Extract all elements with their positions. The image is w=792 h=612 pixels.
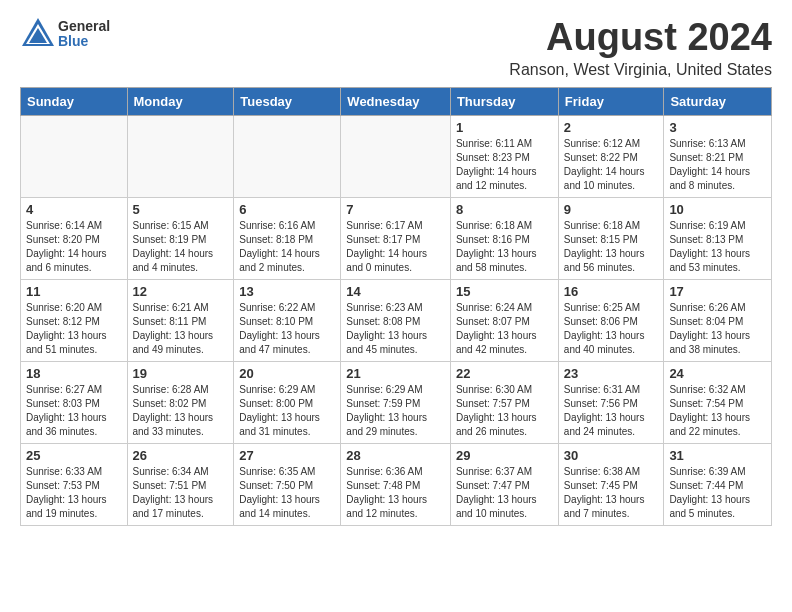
calendar-cell: 28Sunrise: 6:36 AMSunset: 7:48 PMDayligh… [341,444,451,526]
header-wednesday: Wednesday [341,88,451,116]
calendar-body: 1Sunrise: 6:11 AMSunset: 8:23 PMDaylight… [21,116,772,526]
day-number: 25 [26,448,122,463]
day-info: Sunrise: 6:30 AMSunset: 7:57 PMDaylight:… [456,383,553,439]
day-number: 20 [239,366,335,381]
calendar-cell: 16Sunrise: 6:25 AMSunset: 8:06 PMDayligh… [558,280,664,362]
logo-icon [20,16,56,52]
day-info: Sunrise: 6:29 AMSunset: 8:00 PMDaylight:… [239,383,335,439]
day-number: 9 [564,202,659,217]
calendar-cell: 17Sunrise: 6:26 AMSunset: 8:04 PMDayligh… [664,280,772,362]
calendar-week-4: 18Sunrise: 6:27 AMSunset: 8:03 PMDayligh… [21,362,772,444]
day-info: Sunrise: 6:37 AMSunset: 7:47 PMDaylight:… [456,465,553,521]
month-title: August 2024 [509,16,772,59]
location: Ranson, West Virginia, United States [509,61,772,79]
day-number: 6 [239,202,335,217]
calendar-cell: 10Sunrise: 6:19 AMSunset: 8:13 PMDayligh… [664,198,772,280]
day-number: 28 [346,448,445,463]
header-monday: Monday [127,88,234,116]
calendar-cell: 5Sunrise: 6:15 AMSunset: 8:19 PMDaylight… [127,198,234,280]
day-info: Sunrise: 6:16 AMSunset: 8:18 PMDaylight:… [239,219,335,275]
header-thursday: Thursday [450,88,558,116]
calendar-cell: 11Sunrise: 6:20 AMSunset: 8:12 PMDayligh… [21,280,128,362]
day-info: Sunrise: 6:34 AMSunset: 7:51 PMDaylight:… [133,465,229,521]
day-info: Sunrise: 6:17 AMSunset: 8:17 PMDaylight:… [346,219,445,275]
day-number: 29 [456,448,553,463]
logo-text: General Blue [58,19,110,50]
day-number: 16 [564,284,659,299]
calendar-cell: 9Sunrise: 6:18 AMSunset: 8:15 PMDaylight… [558,198,664,280]
calendar-cell: 3Sunrise: 6:13 AMSunset: 8:21 PMDaylight… [664,116,772,198]
calendar-cell: 24Sunrise: 6:32 AMSunset: 7:54 PMDayligh… [664,362,772,444]
calendar-cell [127,116,234,198]
day-info: Sunrise: 6:25 AMSunset: 8:06 PMDaylight:… [564,301,659,357]
calendar-cell: 14Sunrise: 6:23 AMSunset: 8:08 PMDayligh… [341,280,451,362]
day-info: Sunrise: 6:28 AMSunset: 8:02 PMDaylight:… [133,383,229,439]
day-number: 19 [133,366,229,381]
page-container: General Blue August 2024 Ranson, West Vi… [0,0,792,536]
calendar-cell: 25Sunrise: 6:33 AMSunset: 7:53 PMDayligh… [21,444,128,526]
day-number: 12 [133,284,229,299]
header-saturday: Saturday [664,88,772,116]
day-number: 14 [346,284,445,299]
day-info: Sunrise: 6:24 AMSunset: 8:07 PMDaylight:… [456,301,553,357]
day-number: 8 [456,202,553,217]
day-number: 18 [26,366,122,381]
day-number: 15 [456,284,553,299]
day-info: Sunrise: 6:13 AMSunset: 8:21 PMDaylight:… [669,137,766,193]
calendar-cell: 1Sunrise: 6:11 AMSunset: 8:23 PMDaylight… [450,116,558,198]
calendar-cell [341,116,451,198]
day-info: Sunrise: 6:15 AMSunset: 8:19 PMDaylight:… [133,219,229,275]
calendar-cell: 21Sunrise: 6:29 AMSunset: 7:59 PMDayligh… [341,362,451,444]
day-info: Sunrise: 6:18 AMSunset: 8:16 PMDaylight:… [456,219,553,275]
day-info: Sunrise: 6:18 AMSunset: 8:15 PMDaylight:… [564,219,659,275]
logo-general: General [58,19,110,34]
calendar-cell: 13Sunrise: 6:22 AMSunset: 8:10 PMDayligh… [234,280,341,362]
calendar-cell [234,116,341,198]
day-number: 26 [133,448,229,463]
calendar-cell: 31Sunrise: 6:39 AMSunset: 7:44 PMDayligh… [664,444,772,526]
calendar-cell: 20Sunrise: 6:29 AMSunset: 8:00 PMDayligh… [234,362,341,444]
day-number: 21 [346,366,445,381]
calendar-cell: 19Sunrise: 6:28 AMSunset: 8:02 PMDayligh… [127,362,234,444]
day-number: 11 [26,284,122,299]
day-number: 30 [564,448,659,463]
calendar-cell: 22Sunrise: 6:30 AMSunset: 7:57 PMDayligh… [450,362,558,444]
day-number: 27 [239,448,335,463]
calendar-cell [21,116,128,198]
day-info: Sunrise: 6:26 AMSunset: 8:04 PMDaylight:… [669,301,766,357]
day-number: 4 [26,202,122,217]
day-info: Sunrise: 6:23 AMSunset: 8:08 PMDaylight:… [346,301,445,357]
calendar-cell: 4Sunrise: 6:14 AMSunset: 8:20 PMDaylight… [21,198,128,280]
day-number: 7 [346,202,445,217]
day-info: Sunrise: 6:27 AMSunset: 8:03 PMDaylight:… [26,383,122,439]
day-number: 1 [456,120,553,135]
day-info: Sunrise: 6:39 AMSunset: 7:44 PMDaylight:… [669,465,766,521]
calendar-cell: 15Sunrise: 6:24 AMSunset: 8:07 PMDayligh… [450,280,558,362]
day-number: 31 [669,448,766,463]
calendar-cell: 27Sunrise: 6:35 AMSunset: 7:50 PMDayligh… [234,444,341,526]
calendar-table: Sunday Monday Tuesday Wednesday Thursday… [20,87,772,526]
calendar-cell: 6Sunrise: 6:16 AMSunset: 8:18 PMDaylight… [234,198,341,280]
header-friday: Friday [558,88,664,116]
day-number: 22 [456,366,553,381]
calendar-cell: 18Sunrise: 6:27 AMSunset: 8:03 PMDayligh… [21,362,128,444]
day-info: Sunrise: 6:12 AMSunset: 8:22 PMDaylight:… [564,137,659,193]
day-info: Sunrise: 6:35 AMSunset: 7:50 PMDaylight:… [239,465,335,521]
calendar-cell: 26Sunrise: 6:34 AMSunset: 7:51 PMDayligh… [127,444,234,526]
day-info: Sunrise: 6:19 AMSunset: 8:13 PMDaylight:… [669,219,766,275]
calendar-cell: 23Sunrise: 6:31 AMSunset: 7:56 PMDayligh… [558,362,664,444]
calendar-week-3: 11Sunrise: 6:20 AMSunset: 8:12 PMDayligh… [21,280,772,362]
day-info: Sunrise: 6:11 AMSunset: 8:23 PMDaylight:… [456,137,553,193]
day-number: 5 [133,202,229,217]
calendar-header: Sunday Monday Tuesday Wednesday Thursday… [21,88,772,116]
day-info: Sunrise: 6:22 AMSunset: 8:10 PMDaylight:… [239,301,335,357]
calendar-cell: 8Sunrise: 6:18 AMSunset: 8:16 PMDaylight… [450,198,558,280]
header-row: Sunday Monday Tuesday Wednesday Thursday… [21,88,772,116]
title-section: August 2024 Ranson, West Virginia, Unite… [509,16,772,79]
day-info: Sunrise: 6:32 AMSunset: 7:54 PMDaylight:… [669,383,766,439]
day-info: Sunrise: 6:20 AMSunset: 8:12 PMDaylight:… [26,301,122,357]
calendar-cell: 29Sunrise: 6:37 AMSunset: 7:47 PMDayligh… [450,444,558,526]
day-number: 23 [564,366,659,381]
day-info: Sunrise: 6:21 AMSunset: 8:11 PMDaylight:… [133,301,229,357]
calendar-week-5: 25Sunrise: 6:33 AMSunset: 7:53 PMDayligh… [21,444,772,526]
